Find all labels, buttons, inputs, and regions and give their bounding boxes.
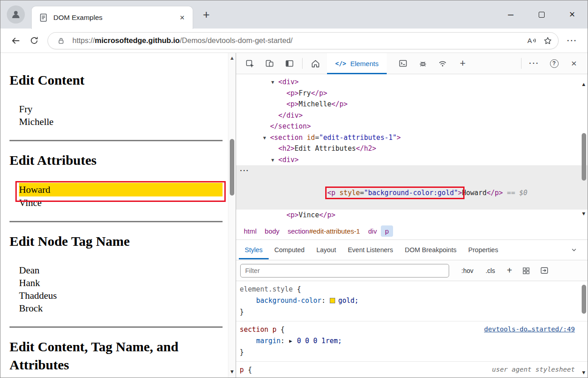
page-scrollbar[interactable]: ▲ ▼ [228,53,236,378]
page-heading: Edit Attributes [9,151,223,169]
styles-filter-bar: :hov .cls + [236,260,588,281]
toolbar-separator [302,58,303,69]
scroll-down-icon[interactable]: ▼ [228,369,236,374]
tab-elements[interactable]: </> Elements [327,53,387,74]
close-devtools-icon[interactable]: × [564,55,584,72]
tab-computed[interactable]: Computed [269,240,311,259]
toolbar-separator [521,58,522,69]
page-paragraph: Brock [19,302,223,315]
back-button[interactable] [7,32,25,50]
new-style-rule-icon[interactable]: + [507,265,512,276]
window-controls: – × [495,0,588,29]
network-conditions-icon[interactable] [433,55,453,72]
style-rule-p[interactable]: user agent stylesheet p { [236,362,588,378]
toggle-hover-state[interactable]: :hov [461,267,473,274]
css-line: } [240,306,576,318]
console-icon[interactable] [393,55,413,72]
dom-node-line-selected[interactable]: ••• <p style="background-color:gold">How… [236,165,588,210]
page-paragraph: Thaddeus [19,289,223,302]
page-paragraph: Hank [19,277,223,289]
new-tab-button[interactable]: + [199,7,214,22]
maximize-button[interactable] [526,3,557,26]
dom-node-line[interactable]: <p>Michelle</p> [236,99,588,110]
css-line[interactable]: margin: ▶ 0 0 0 1rem; [240,335,576,347]
code-icon: </> [335,60,346,67]
add-tools-icon[interactable]: + [453,55,473,72]
styles-filter-input[interactable] [240,264,449,278]
tab-close-icon[interactable]: × [177,13,187,23]
css-line: } [240,347,576,358]
dom-node-line[interactable]: </section> [236,121,588,132]
page-heading: Edit Node Tag Name [9,232,223,250]
home-icon[interactable] [305,55,325,72]
divider [9,326,223,328]
settings-more-button[interactable]: ··· [563,32,581,50]
dom-node-line[interactable]: <h2>Edit Attributes</h2> [236,143,588,154]
tab-styles[interactable]: Styles [239,240,269,259]
favorites-star-icon[interactable] [540,33,555,48]
breadcrumb-html[interactable]: html [240,225,261,237]
elements-tab-label: Elements [350,60,379,67]
tab-properties[interactable]: Properties [462,240,504,259]
browser-tab[interactable]: DOM Examples × [31,6,193,29]
divider [9,221,223,222]
dock-panel-icon[interactable] [280,55,299,72]
open-sidebar-panel-icon[interactable] [540,266,549,275]
dom-node-line[interactable]: ▼ <div> [236,77,588,88]
scrollbar-thumb[interactable] [582,133,586,181]
url-text: https://microsoftedge.github.io/Demos/de… [72,36,525,45]
maximize-icon [539,12,545,18]
breadcrumb-p-selected[interactable]: p [381,225,393,237]
tab-layout[interactable]: Layout [310,240,342,259]
help-icon[interactable]: ? [544,55,564,72]
scrollbar-thumb[interactable] [230,139,234,196]
style-rule-section-p[interactable]: devtools-do…started/:49 section p { marg… [236,321,588,362]
dom-node-line[interactable]: <p>Fry</p> [236,88,588,99]
scroll-down-icon[interactable]: ▼ [580,208,588,220]
dom-tree: ▼ <div> <p>Fry</p> <p>Michelle</p> </div… [236,74,588,223]
debugger-bug-icon[interactable] [413,55,433,72]
element-states-grid-icon[interactable] [522,267,530,275]
dom-node-code: <p style="background-color:gold">Howard<… [303,189,527,197]
dom-node-line[interactable]: ▼ <div> [236,154,588,166]
breadcrumb-body[interactable]: body [261,225,284,237]
dom-tree-scrollbar[interactable]: ▲ ▼ [580,74,588,223]
minimize-button[interactable]: – [495,3,526,26]
navigation-bar: https://microsoftedge.github.io/Demos/de… [0,29,588,53]
read-aloud-icon[interactable]: A [525,33,540,48]
scroll-up-icon[interactable]: ▲ [580,79,588,90]
inspect-element-icon[interactable] [240,55,260,72]
lock-icon[interactable] [53,33,69,48]
scroll-down-icon[interactable]: ▼ [580,370,588,375]
page-paragraph: Dean [19,264,223,277]
refresh-button[interactable] [25,32,43,50]
dom-node-line[interactable]: <p>Vince</p> [236,210,588,221]
page-paragraph: Michelle [19,115,223,128]
scrollbar-thumb[interactable] [582,285,586,314]
more-options-icon[interactable]: ··· [524,55,544,72]
dom-node-line[interactable]: </div> [236,221,588,223]
dom-node-line[interactable]: </div> [236,110,588,121]
chevron-down-icon[interactable] [570,246,585,254]
breadcrumb-div[interactable]: div [364,225,381,237]
toggle-class-editor[interactable]: .cls [485,267,495,274]
tab-dom-breakpoints[interactable]: DOM Breakpoints [399,240,462,259]
profile-avatar[interactable] [7,5,25,24]
dom-node-line[interactable]: ▼ <section id="edit-attributes-1"> [236,132,588,144]
page-heading: Edit Content, Tag Name, and Attributes [9,338,223,374]
node-actions-icon[interactable]: ••• [240,165,249,177]
tab-event-listeners[interactable]: Event Listeners [342,240,399,259]
styles-scrollbar[interactable]: ▼ [580,281,588,378]
url-path: /Demos/devtools-dom-get-started/ [180,36,292,44]
devtools-panel: </> Elements + ··· ? × [236,53,588,378]
stylesheet-source-link[interactable]: devtools-do…started/:49 [484,325,575,333]
close-window-button[interactable]: × [557,3,588,26]
scroll-up-icon[interactable]: ▲ [228,56,236,60]
divider [9,140,223,141]
device-emulation-icon[interactable] [260,55,280,72]
page-paragraph: Fry [19,103,223,115]
css-line[interactable]: background-color: gold; [240,295,576,306]
address-bar[interactable]: https://microsoftedge.github.io/Demos/de… [47,32,559,49]
breadcrumb-section[interactable]: section#edit-attributes-1 [284,225,364,237]
style-rule-element[interactable]: element.style { background-color: gold; … [236,281,588,321]
